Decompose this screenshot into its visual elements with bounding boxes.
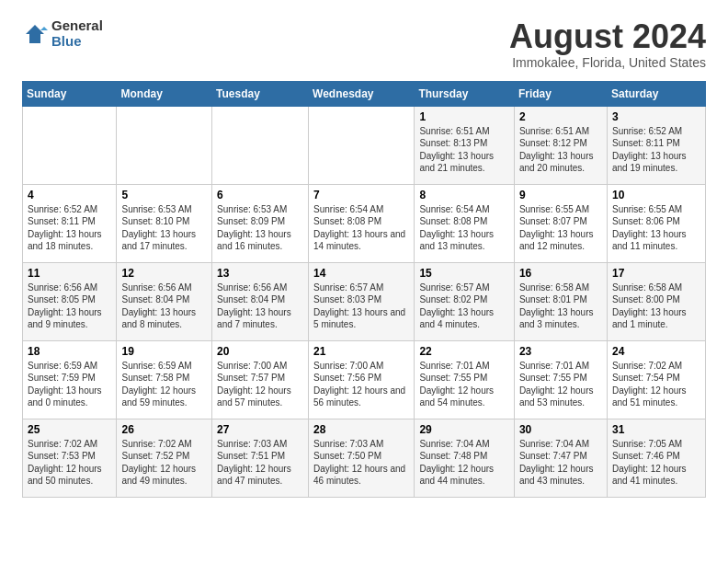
day-number: 20 [217,345,303,358]
week-row-3: 11Sunrise: 6:56 AM Sunset: 8:05 PM Dayli… [23,262,706,340]
cell-0-4: 1Sunrise: 6:51 AM Sunset: 8:13 PM Daylig… [415,106,514,184]
cell-2-5: 16Sunrise: 6:58 AM Sunset: 8:01 PM Dayli… [514,262,607,340]
logo-blue-text: Blue [51,34,103,50]
day-info: Sunrise: 6:56 AM Sunset: 8:05 PM Dayligh… [28,282,111,331]
calendar-body: 1Sunrise: 6:51 AM Sunset: 8:13 PM Daylig… [23,106,706,497]
header: General Blue August 2024 Immokalee, Flor… [22,18,706,70]
week-row-2: 4Sunrise: 6:52 AM Sunset: 8:11 PM Daylig… [23,184,706,262]
cell-3-6: 24Sunrise: 7:02 AM Sunset: 7:54 PM Dayli… [608,340,706,419]
day-number: 29 [419,423,508,436]
cell-1-0: 4Sunrise: 6:52 AM Sunset: 8:11 PM Daylig… [23,184,117,262]
day-info: Sunrise: 6:55 AM Sunset: 8:06 PM Dayligh… [612,203,700,253]
logo-text: General Blue [51,18,103,49]
header-tuesday: Tuesday [212,81,309,106]
day-number: 26 [121,423,207,436]
day-info: Sunrise: 6:58 AM Sunset: 8:00 PM Dayligh… [612,282,700,331]
cell-0-6: 3Sunrise: 6:52 AM Sunset: 8:11 PM Daylig… [608,106,706,184]
cell-1-1: 5Sunrise: 6:53 AM Sunset: 8:10 PM Daylig… [117,184,212,262]
day-info: Sunrise: 6:54 AM Sunset: 8:08 PM Dayligh… [313,203,409,253]
day-number: 22 [419,345,508,358]
day-number: 2 [519,110,602,123]
day-number: 31 [612,423,700,436]
day-number: 25 [28,423,111,436]
cell-1-6: 10Sunrise: 6:55 AM Sunset: 8:06 PM Dayli… [608,184,706,262]
cell-1-5: 9Sunrise: 6:55 AM Sunset: 8:07 PM Daylig… [514,184,607,262]
header-monday: Monday [117,81,212,106]
header-row: SundayMondayTuesdayWednesdayThursdayFrid… [23,81,706,106]
header-sunday: Sunday [23,81,117,106]
day-number: 13 [217,267,303,280]
day-number: 11 [28,267,111,280]
header-wednesday: Wednesday [309,81,415,106]
cell-2-2: 13Sunrise: 6:56 AM Sunset: 8:04 PM Dayli… [212,262,309,340]
svg-marker-0 [26,25,44,43]
day-number: 10 [612,189,700,201]
cell-4-3: 28Sunrise: 7:03 AM Sunset: 7:50 PM Dayli… [309,419,415,497]
day-info: Sunrise: 6:57 AM Sunset: 8:03 PM Dayligh… [313,282,409,331]
day-info: Sunrise: 7:03 AM Sunset: 7:51 PM Dayligh… [217,438,303,488]
cell-4-0: 25Sunrise: 7:02 AM Sunset: 7:53 PM Dayli… [23,419,117,497]
cell-2-0: 11Sunrise: 6:56 AM Sunset: 8:05 PM Dayli… [23,262,117,340]
day-info: Sunrise: 6:59 AM Sunset: 7:58 PM Dayligh… [121,360,207,409]
cell-0-1 [117,106,212,184]
cell-0-0 [23,106,117,184]
day-info: Sunrise: 6:52 AM Sunset: 8:11 PM Dayligh… [612,125,700,175]
day-number: 9 [519,189,602,201]
day-number: 5 [121,189,207,201]
day-info: Sunrise: 6:56 AM Sunset: 8:04 PM Dayligh… [121,282,207,331]
cell-4-4: 29Sunrise: 7:04 AM Sunset: 7:48 PM Dayli… [415,419,514,497]
cell-3-4: 22Sunrise: 7:01 AM Sunset: 7:55 PM Dayli… [415,340,514,419]
day-number: 24 [612,345,700,358]
calendar-header: SundayMondayTuesdayWednesdayThursdayFrid… [23,81,706,106]
day-number: 12 [121,267,207,280]
subtitle: Immokalee, Florida, United States [509,55,706,70]
day-number: 30 [519,423,602,436]
day-info: Sunrise: 6:53 AM Sunset: 8:10 PM Dayligh… [121,203,207,253]
day-info: Sunrise: 7:04 AM Sunset: 7:47 PM Dayligh… [519,438,602,488]
day-number: 7 [313,189,409,201]
day-info: Sunrise: 7:04 AM Sunset: 7:48 PM Dayligh… [419,438,508,488]
header-thursday: Thursday [415,81,514,106]
day-number: 19 [121,345,207,358]
cell-2-1: 12Sunrise: 6:56 AM Sunset: 8:04 PM Dayli… [117,262,212,340]
day-number: 14 [313,267,409,280]
day-info: Sunrise: 7:01 AM Sunset: 7:55 PM Dayligh… [519,360,602,409]
cell-3-0: 18Sunrise: 6:59 AM Sunset: 7:59 PM Dayli… [23,340,117,419]
cell-2-6: 17Sunrise: 6:58 AM Sunset: 8:00 PM Dayli… [608,262,706,340]
week-row-5: 25Sunrise: 7:02 AM Sunset: 7:53 PM Dayli… [23,419,706,497]
day-info: Sunrise: 6:54 AM Sunset: 8:08 PM Dayligh… [419,203,508,253]
day-info: Sunrise: 6:51 AM Sunset: 8:12 PM Dayligh… [519,125,602,175]
day-info: Sunrise: 6:58 AM Sunset: 8:01 PM Dayligh… [519,282,602,331]
cell-1-3: 7Sunrise: 6:54 AM Sunset: 8:08 PM Daylig… [309,184,415,262]
cell-3-3: 21Sunrise: 7:00 AM Sunset: 7:56 PM Dayli… [309,340,415,419]
cell-0-3 [309,106,415,184]
day-info: Sunrise: 7:01 AM Sunset: 7:55 PM Dayligh… [419,360,508,409]
day-number: 28 [313,423,409,436]
cell-2-3: 14Sunrise: 6:57 AM Sunset: 8:03 PM Dayli… [309,262,415,340]
day-info: Sunrise: 6:52 AM Sunset: 8:11 PM Dayligh… [28,203,111,253]
cell-0-5: 2Sunrise: 6:51 AM Sunset: 8:12 PM Daylig… [514,106,607,184]
day-number: 27 [217,423,303,436]
day-info: Sunrise: 7:03 AM Sunset: 7:50 PM Dayligh… [313,438,409,488]
day-number: 4 [28,189,111,201]
title-area: August 2024 Immokalee, Florida, United S… [509,18,706,70]
day-info: Sunrise: 7:00 AM Sunset: 7:57 PM Dayligh… [217,360,303,409]
day-number: 18 [28,345,111,358]
day-info: Sunrise: 6:59 AM Sunset: 7:59 PM Dayligh… [28,360,111,409]
day-info: Sunrise: 6:57 AM Sunset: 8:02 PM Dayligh… [419,282,508,331]
day-number: 1 [419,110,508,123]
week-row-1: 1Sunrise: 6:51 AM Sunset: 8:13 PM Daylig… [23,106,706,184]
cell-0-2 [212,106,309,184]
day-info: Sunrise: 7:02 AM Sunset: 7:53 PM Dayligh… [28,438,111,488]
day-info: Sunrise: 7:00 AM Sunset: 7:56 PM Dayligh… [313,360,409,409]
cell-3-5: 23Sunrise: 7:01 AM Sunset: 7:55 PM Dayli… [514,340,607,419]
day-number: 17 [612,267,700,280]
cell-4-6: 31Sunrise: 7:05 AM Sunset: 7:46 PM Dayli… [608,419,706,497]
cell-2-4: 15Sunrise: 6:57 AM Sunset: 8:02 PM Dayli… [415,262,514,340]
day-info: Sunrise: 7:05 AM Sunset: 7:46 PM Dayligh… [612,438,700,488]
day-number: 6 [217,189,303,201]
day-number: 3 [612,110,700,123]
day-info: Sunrise: 6:56 AM Sunset: 8:04 PM Dayligh… [217,282,303,331]
calendar-table: SundayMondayTuesdayWednesdayThursdayFrid… [22,81,706,498]
cell-4-1: 26Sunrise: 7:02 AM Sunset: 7:52 PM Dayli… [117,419,212,497]
